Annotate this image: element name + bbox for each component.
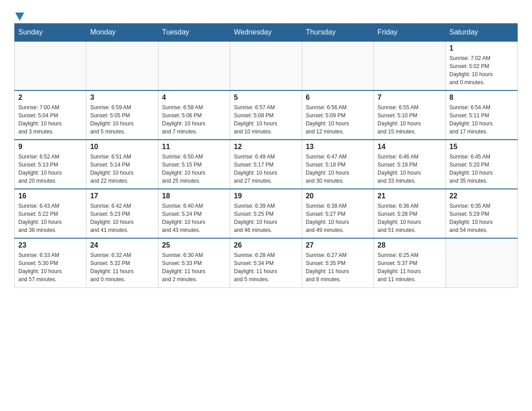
day-number: 16 xyxy=(18,192,82,200)
day-number: 24 xyxy=(90,241,154,249)
calendar-cell xyxy=(15,41,86,90)
day-info: Sunrise: 6:43 AM Sunset: 5:22 PM Dayligh… xyxy=(18,202,82,234)
calendar-table: SundayMondayTuesdayWednesdayThursdayFrid… xyxy=(14,23,518,288)
day-info: Sunrise: 6:47 AM Sunset: 5:18 PM Dayligh… xyxy=(306,153,370,185)
day-info: Sunrise: 6:42 AM Sunset: 5:23 PM Dayligh… xyxy=(90,202,154,234)
day-number: 18 xyxy=(162,192,226,200)
calendar-cell: 15Sunrise: 6:45 AM Sunset: 5:20 PM Dayli… xyxy=(446,140,517,189)
calendar-cell: 23Sunrise: 6:33 AM Sunset: 5:30 PM Dayli… xyxy=(15,238,86,287)
calendar-cell: 27Sunrise: 6:27 AM Sunset: 5:35 PM Dayli… xyxy=(302,238,373,287)
calendar-cell: 21Sunrise: 6:36 AM Sunset: 5:28 PM Dayli… xyxy=(374,189,446,238)
calendar-cell: 17Sunrise: 6:42 AM Sunset: 5:23 PM Dayli… xyxy=(86,189,158,238)
day-number: 17 xyxy=(90,192,154,200)
calendar-cell: 20Sunrise: 6:38 AM Sunset: 5:27 PM Dayli… xyxy=(302,189,373,238)
calendar-cell: 9Sunrise: 6:52 AM Sunset: 5:13 PM Daylig… xyxy=(15,140,86,189)
day-info: Sunrise: 6:58 AM Sunset: 5:06 PM Dayligh… xyxy=(162,103,226,136)
day-number: 25 xyxy=(162,241,226,249)
calendar-cell: 6Sunrise: 6:56 AM Sunset: 5:09 PM Daylig… xyxy=(302,90,373,140)
day-info: Sunrise: 6:27 AM Sunset: 5:35 PM Dayligh… xyxy=(306,251,370,283)
calendar-cell xyxy=(374,41,446,90)
calendar-week-row: 16Sunrise: 6:43 AM Sunset: 5:22 PM Dayli… xyxy=(15,189,518,238)
day-info: Sunrise: 6:45 AM Sunset: 5:20 PM Dayligh… xyxy=(450,153,514,185)
weekday-header-monday: Monday xyxy=(86,24,158,42)
day-info: Sunrise: 6:56 AM Sunset: 5:09 PM Dayligh… xyxy=(306,103,370,136)
day-info: Sunrise: 6:30 AM Sunset: 5:33 PM Dayligh… xyxy=(162,251,226,283)
calendar-week-row: 23Sunrise: 6:33 AM Sunset: 5:30 PM Dayli… xyxy=(15,238,518,287)
calendar-cell: 10Sunrise: 6:51 AM Sunset: 5:14 PM Dayli… xyxy=(86,140,158,189)
day-info: Sunrise: 6:36 AM Sunset: 5:28 PM Dayligh… xyxy=(378,202,442,234)
calendar-cell xyxy=(446,238,517,287)
day-info: Sunrise: 6:33 AM Sunset: 5:30 PM Dayligh… xyxy=(18,251,82,283)
calendar-cell: 11Sunrise: 6:50 AM Sunset: 5:15 PM Dayli… xyxy=(158,140,230,189)
logo xyxy=(14,11,24,19)
day-number: 4 xyxy=(162,94,226,102)
day-info: Sunrise: 6:50 AM Sunset: 5:15 PM Dayligh… xyxy=(162,153,226,185)
calendar-cell: 18Sunrise: 6:40 AM Sunset: 5:24 PM Dayli… xyxy=(158,189,230,238)
day-number: 26 xyxy=(234,241,298,249)
day-number: 6 xyxy=(306,94,370,102)
calendar-cell: 7Sunrise: 6:55 AM Sunset: 5:10 PM Daylig… xyxy=(374,90,446,140)
day-number: 13 xyxy=(306,143,370,151)
calendar-cell: 2Sunrise: 7:00 AM Sunset: 5:04 PM Daylig… xyxy=(15,90,86,140)
day-number: 20 xyxy=(306,192,370,200)
day-info: Sunrise: 6:59 AM Sunset: 5:05 PM Dayligh… xyxy=(90,103,154,136)
day-info: Sunrise: 6:49 AM Sunset: 5:17 PM Dayligh… xyxy=(234,153,298,185)
calendar-cell: 25Sunrise: 6:30 AM Sunset: 5:33 PM Dayli… xyxy=(158,238,230,287)
weekday-header-saturday: Saturday xyxy=(446,24,517,42)
day-number: 9 xyxy=(18,143,82,151)
calendar-cell: 24Sunrise: 6:32 AM Sunset: 5:32 PM Dayli… xyxy=(86,238,158,287)
calendar-cell xyxy=(86,41,158,90)
day-info: Sunrise: 6:55 AM Sunset: 5:10 PM Dayligh… xyxy=(378,103,442,136)
weekday-header-tuesday: Tuesday xyxy=(158,24,230,42)
day-info: Sunrise: 6:57 AM Sunset: 5:08 PM Dayligh… xyxy=(234,103,298,136)
day-number: 21 xyxy=(378,192,442,200)
day-number: 5 xyxy=(234,94,298,102)
day-info: Sunrise: 6:28 AM Sunset: 5:34 PM Dayligh… xyxy=(234,251,298,283)
calendar-cell: 19Sunrise: 6:39 AM Sunset: 5:25 PM Dayli… xyxy=(230,189,302,238)
calendar-cell: 12Sunrise: 6:49 AM Sunset: 5:17 PM Dayli… xyxy=(230,140,302,189)
day-info: Sunrise: 6:52 AM Sunset: 5:13 PM Dayligh… xyxy=(18,153,82,185)
day-info: Sunrise: 6:39 AM Sunset: 5:25 PM Dayligh… xyxy=(234,202,298,234)
day-number: 12 xyxy=(234,143,298,151)
day-number: 11 xyxy=(162,143,226,151)
calendar-cell: 28Sunrise: 6:25 AM Sunset: 5:37 PM Dayli… xyxy=(374,238,446,287)
calendar-cell xyxy=(230,41,302,90)
day-info: Sunrise: 7:00 AM Sunset: 5:04 PM Dayligh… xyxy=(18,103,82,136)
calendar-cell: 14Sunrise: 6:46 AM Sunset: 5:19 PM Dayli… xyxy=(374,140,446,189)
weekday-header-sunday: Sunday xyxy=(15,24,86,42)
calendar-week-row: 1Sunrise: 7:02 AM Sunset: 5:02 PM Daylig… xyxy=(15,41,518,90)
day-info: Sunrise: 6:32 AM Sunset: 5:32 PM Dayligh… xyxy=(90,251,154,283)
calendar-cell: 26Sunrise: 6:28 AM Sunset: 5:34 PM Dayli… xyxy=(230,238,302,287)
calendar-cell: 22Sunrise: 6:35 AM Sunset: 5:29 PM Dayli… xyxy=(446,189,517,238)
day-info: Sunrise: 6:25 AM Sunset: 5:37 PM Dayligh… xyxy=(378,251,442,283)
day-number: 10 xyxy=(90,143,154,151)
day-number: 27 xyxy=(306,241,370,249)
calendar-cell: 8Sunrise: 6:54 AM Sunset: 5:11 PM Daylig… xyxy=(446,90,517,140)
day-number: 15 xyxy=(450,143,514,151)
calendar-cell xyxy=(302,41,373,90)
day-number: 28 xyxy=(378,241,442,249)
day-info: Sunrise: 6:40 AM Sunset: 5:24 PM Dayligh… xyxy=(162,202,226,234)
day-number: 19 xyxy=(234,192,298,200)
day-info: Sunrise: 6:51 AM Sunset: 5:14 PM Dayligh… xyxy=(90,153,154,185)
calendar-cell: 4Sunrise: 6:58 AM Sunset: 5:06 PM Daylig… xyxy=(158,90,230,140)
calendar-cell: 3Sunrise: 6:59 AM Sunset: 5:05 PM Daylig… xyxy=(86,90,158,140)
day-number: 2 xyxy=(18,94,82,102)
calendar-cell: 16Sunrise: 6:43 AM Sunset: 5:22 PM Dayli… xyxy=(15,189,86,238)
day-number: 14 xyxy=(378,143,442,151)
calendar-week-row: 2Sunrise: 7:00 AM Sunset: 5:04 PM Daylig… xyxy=(15,90,518,140)
day-number: 8 xyxy=(450,94,514,102)
weekday-header-thursday: Thursday xyxy=(302,24,373,42)
calendar-cell: 1Sunrise: 7:02 AM Sunset: 5:02 PM Daylig… xyxy=(446,41,517,90)
day-number: 23 xyxy=(18,241,82,249)
day-number: 7 xyxy=(378,94,442,102)
day-info: Sunrise: 6:35 AM Sunset: 5:29 PM Dayligh… xyxy=(450,202,514,234)
day-number: 3 xyxy=(90,94,154,102)
day-number: 1 xyxy=(450,44,514,52)
weekday-header-wednesday: Wednesday xyxy=(230,24,302,42)
weekday-header-friday: Friday xyxy=(374,24,446,42)
day-info: Sunrise: 7:02 AM Sunset: 5:02 PM Dayligh… xyxy=(450,54,514,86)
calendar-cell: 13Sunrise: 6:47 AM Sunset: 5:18 PM Dayli… xyxy=(302,140,373,189)
day-info: Sunrise: 6:38 AM Sunset: 5:27 PM Dayligh… xyxy=(306,202,370,234)
calendar-cell xyxy=(158,41,230,90)
